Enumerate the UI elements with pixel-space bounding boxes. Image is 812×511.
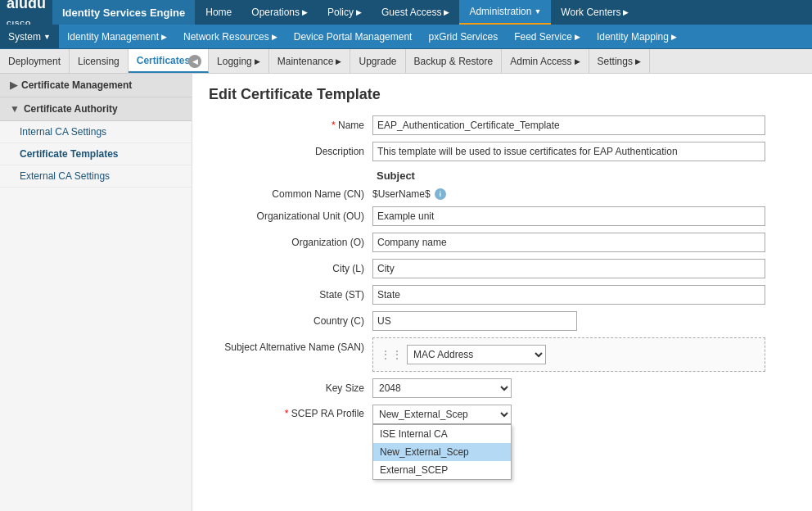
san-row: ⋮⋮ MAC Address [380,345,758,364]
sidebar-item-internal-ca[interactable]: Internal CA Settings [0,121,192,143]
tab-backup-restore[interactable]: Backup & Restore [406,49,503,73]
state-group: State (ST) [209,285,796,305]
third-navigation: Deployment Licensing Certificates▼ Loggi… [0,49,812,74]
city-input[interactable] [372,259,765,278]
org-unit-group: Organizational Unit (OU) [209,206,796,226]
tab-admin-access[interactable]: Admin Access▶ [502,49,589,73]
tab-settings[interactable]: Settings▶ [589,49,650,73]
nav2-device-portal[interactable]: Device Portal Management [286,25,421,48]
top-nav-items: Home Operations▶ Policy▶ Guest Access▶ A… [196,0,812,25]
sidebar-section-cert-authority[interactable]: ▼ Certificate Authority [0,97,192,121]
san-section: Subject Alternative Name (SAN) ⋮⋮ MAC Ad… [209,337,796,372]
second-navigation: System▼ Identity Management▶ Network Res… [0,25,812,49]
sidebar-section-cert-management[interactable]: ▶ Certificate Management [0,74,192,97]
sidebar: ▶ Certificate Management ▼ Certificate A… [0,74,192,511]
nav-guest-access[interactable]: Guest Access▶ [372,0,459,25]
nav-administration[interactable]: Administration▼ [459,0,551,25]
nav-operations[interactable]: Operations▶ [241,0,318,25]
scep-dropdown-ise[interactable]: ISE Internal CA [373,425,511,443]
sidebar-item-cert-templates[interactable]: Certificate Templates [0,143,192,165]
description-label: Description [209,146,372,157]
main-layout: ▶ Certificate Management ▼ Certificate A… [0,74,812,511]
nav2-identity-mapping[interactable]: Identity Mapping▶ [589,25,685,48]
app-title: Identity Services Engine [52,0,196,25]
top-navigation: aluduCISCO Identity Services Engine Home… [0,0,812,25]
nav2-feed-service[interactable]: Feed Service▶ [506,25,589,48]
description-input[interactable] [372,142,765,161]
cert-management-arrow: ▶ [10,79,17,91]
country-group: Country (C) [209,311,796,331]
scep-dropdown-external[interactable]: External_SCEP [373,461,511,479]
country-label: Country (C) [209,315,372,327]
scep-dropdown-list: ISE Internal CA New_External_Scep Extern… [372,424,512,480]
scep-label: SCEP RA Profile [209,405,372,419]
org-group: Organization (O) [209,233,796,252]
scep-select[interactable]: ISE Internal CA New_External_Scep Extern… [372,405,512,424]
nav2-network-resources[interactable]: Network Resources▶ [175,25,286,48]
tab-logging[interactable]: Logging▶ [209,49,269,73]
nav2-identity-management[interactable]: Identity Management▶ [59,25,175,48]
key-size-group: Key Size 1024 2048 4096 [209,378,796,398]
page-title: Edit Certificate Template [209,86,796,103]
info-icon[interactable]: i [435,188,446,200]
scep-dropdown-new-external[interactable]: New_External_Scep [373,443,511,461]
state-label: State (ST) [209,289,372,301]
sidebar-item-external-ca[interactable]: External CA Settings [0,165,192,188]
subject-header: Subject [209,170,796,182]
org-unit-input[interactable] [372,206,765,226]
tab-licensing[interactable]: Licensing [70,49,129,73]
state-input[interactable] [372,285,765,305]
city-label: City (L) [209,263,372,274]
nav2-system[interactable]: System▼ [0,25,59,48]
key-size-label: Key Size [209,382,372,394]
common-name-value: $UserName$ [372,188,431,200]
tab-deployment[interactable]: Deployment [0,49,70,73]
org-unit-label: Organizational Unit (OU) [209,210,372,222]
san-drag-handle[interactable]: ⋮⋮ [380,348,403,361]
common-name-label: Common Name (CN) [209,188,372,200]
nav-collapse-button[interactable]: ◀ [188,55,201,68]
cert-authority-arrow: ▼ [10,103,20,115]
org-input[interactable] [372,233,765,252]
san-content: ⋮⋮ MAC Address [372,337,765,372]
scep-container: ISE Internal CA New_External_Scep Extern… [372,405,512,424]
name-label: Name [209,120,372,131]
nav2-pxgrid[interactable]: pxGrid Services [420,25,506,48]
city-group: City (L) [209,259,796,278]
san-label: Subject Alternative Name (SAN) [209,337,372,353]
common-name-group: Common Name (CN) $UserName$ i [209,188,796,200]
scep-group: SCEP RA Profile ISE Internal CA New_Exte… [209,405,796,424]
name-field-group: Name [209,115,796,135]
cisco-logo: aluduCISCO [0,0,52,25]
tab-maintenance[interactable]: Maintenance▶ [269,49,351,73]
nav-policy[interactable]: Policy▶ [318,0,372,25]
name-input[interactable] [372,115,765,135]
org-label: Organization (O) [209,237,372,248]
san-type-select[interactable]: MAC Address [407,345,546,364]
country-input[interactable] [372,311,577,331]
description-field-group: Description [209,142,796,161]
nav-work-centers[interactable]: Work Centers▶ [551,0,638,25]
content-area: Edit Certificate Template Name Descripti… [192,74,812,511]
key-size-select[interactable]: 1024 2048 4096 [372,378,512,398]
tab-upgrade[interactable]: Upgrade [350,49,405,73]
nav-home[interactable]: Home [196,0,241,25]
